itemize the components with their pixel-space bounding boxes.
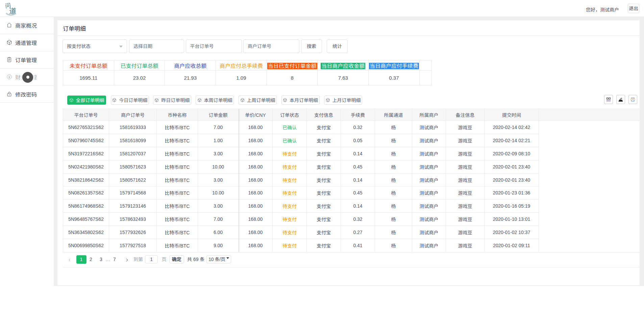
svg-text:道: 道 xyxy=(9,6,16,16)
